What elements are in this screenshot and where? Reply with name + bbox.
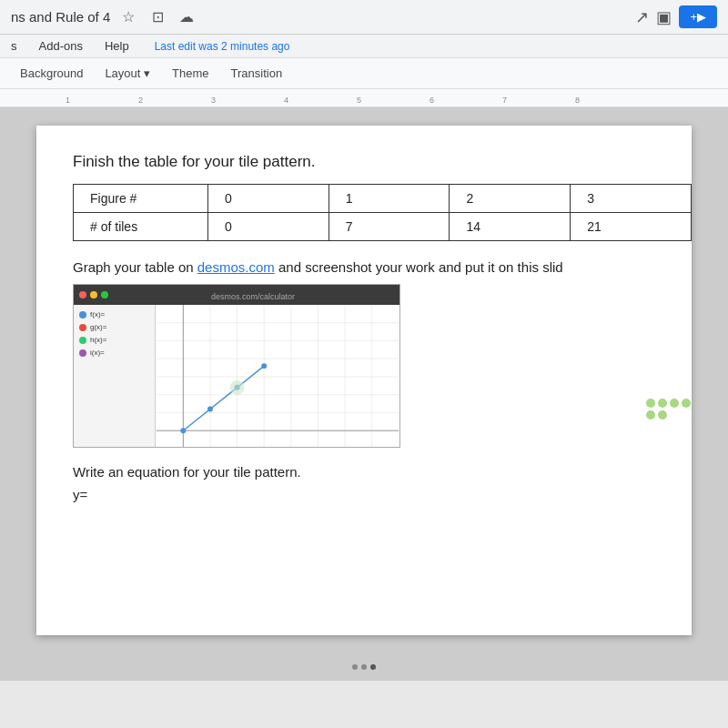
cloud-icon[interactable]: ☁ — [176, 6, 197, 28]
transition-button[interactable]: Transition — [222, 63, 292, 84]
desmos-expr-2: g(x)= — [79, 323, 149, 331]
desmos-expr-label-4: i(x)= — [90, 349, 105, 357]
ruler-mark-4: 4 — [284, 96, 288, 105]
desmos-topbar: desmos.com/calculator — [74, 285, 399, 305]
dec-dot-1 — [646, 399, 655, 408]
desmos-grid-svg — [156, 305, 399, 447]
table-cell-fig-2: 2 — [450, 185, 571, 213]
desmos-expr-3: h(x)= — [79, 336, 149, 344]
svg-line-21 — [183, 366, 264, 430]
table-cell-tiles-1: 7 — [329, 213, 450, 241]
slide: Finish the table for your tile pattern. … — [36, 126, 692, 635]
desmos-expr-1: f(x)= — [79, 310, 149, 318]
desmos-sidebar: f(x)= g(x)= h(x)= i(x)= — [74, 305, 156, 447]
desmos-url-bar: desmos.com/calculator — [211, 292, 295, 301]
desmos-expr-label-2: g(x)= — [90, 323, 106, 331]
ruler-mark-2: 2 — [138, 96, 143, 105]
dec-dot-4 — [682, 399, 691, 408]
dec-dot-3 — [670, 399, 679, 408]
graph-instruction-end: and screenshot your work and put it on t… — [275, 259, 563, 275]
trend-icon[interactable]: ↗ — [635, 7, 649, 27]
table-cell-tiles-0: 0 — [207, 213, 329, 241]
menu-item-s[interactable]: s — [7, 37, 21, 55]
desmos-max-dot — [101, 291, 108, 298]
share-button[interactable]: +▶ — [679, 5, 717, 28]
folder-icon[interactable]: ⊡ — [147, 6, 168, 28]
desmos-link[interactable]: desmos.com — [197, 259, 275, 275]
app-title-bar: ns and Rule of 4 ☆ ⊡ ☁ ↗ ▣ +▶ — [0, 0, 728, 35]
desmos-expr-4: i(x)= — [79, 349, 149, 357]
desmos-min-dot — [90, 291, 97, 298]
toolbar: Background Layout ▾ Theme Transition — [0, 58, 728, 89]
layout-button[interactable]: Layout ▾ — [96, 63, 159, 84]
ruler-mark-5: 5 — [357, 96, 361, 105]
svg-point-22 — [230, 380, 245, 395]
table-cell-figure-header: Figure # — [74, 185, 208, 213]
desmos-inner: desmos.com/calculator f(x)= g(x)= — [74, 285, 399, 447]
table-cell-fig-1: 1 — [329, 185, 450, 213]
desmos-screenshot: desmos.com/calculator f(x)= g(x)= — [73, 284, 400, 448]
graph-instruction: Graph your table on desmos.com and scree… — [73, 259, 655, 275]
graph-instruction-text: Graph your table on — [73, 259, 197, 275]
table-cell-tiles-2: 14 — [450, 213, 571, 241]
theme-button[interactable]: Theme — [163, 63, 217, 84]
table-cell-fig-3: 3 — [571, 185, 692, 213]
top-right-icons: ↗ ▣ +▶ — [635, 5, 717, 28]
data-table: Figure # 0 1 2 3 # of tiles 0 7 14 21 — [73, 184, 692, 241]
title-area: ns and Rule of 4 ☆ ⊡ ☁ — [11, 6, 197, 28]
ruler-mark-6: 6 — [430, 96, 434, 105]
ruler: 1 2 3 4 5 6 7 8 — [0, 89, 728, 107]
menu-bar: s Add-ons Help Last edit was 2 minutes a… — [0, 35, 728, 58]
menu-item-addons[interactable]: Add-ons — [35, 37, 86, 55]
table-cell-tiles-3: 21 — [571, 213, 692, 241]
nav-dot-active — [370, 664, 376, 670]
desmos-body: f(x)= g(x)= h(x)= i(x)= — [74, 305, 399, 447]
nav-dot-1 — [352, 664, 358, 670]
table-row-tiles: # of tiles 0 7 14 21 — [74, 213, 692, 241]
table-cell-fig-0: 0 — [207, 185, 329, 213]
document-title: ns and Rule of 4 — [11, 9, 110, 25]
desmos-dot-2 — [79, 324, 86, 331]
desmos-expr-label-1: f(x)= — [90, 310, 105, 318]
bottom-nav — [0, 653, 728, 681]
table-row-header: Figure # 0 1 2 3 — [74, 185, 692, 213]
decorative-dots-right — [646, 399, 701, 420]
desmos-close-dot — [79, 291, 86, 298]
comment-icon[interactable]: ▣ — [656, 7, 672, 27]
desmos-dot-4 — [79, 349, 86, 357]
ruler-marks: 1 2 3 4 5 6 7 8 — [11, 89, 717, 106]
ruler-mark-1: 1 — [66, 96, 70, 105]
equation-value: y= — [73, 487, 655, 502]
slide-title: Finish the table for your tile pattern. — [73, 153, 655, 171]
ruler-mark-3: 3 — [211, 96, 216, 105]
dec-dot-2 — [658, 399, 667, 408]
menu-item-help[interactable]: Help — [101, 37, 133, 55]
table-cell-tiles-header: # of tiles — [74, 213, 208, 241]
dec-dot-5 — [646, 410, 655, 420]
edit-info: Last edit was 2 minutes ago — [155, 40, 290, 53]
desmos-dot-3 — [79, 337, 86, 344]
star-icon[interactable]: ☆ — [117, 6, 139, 28]
nav-dot-2 — [361, 664, 367, 670]
desmos-graph-area — [156, 305, 399, 447]
ruler-mark-8: 8 — [575, 96, 580, 105]
background-button[interactable]: Background — [11, 63, 92, 84]
slide-area: Finish the table for your tile pattern. … — [0, 107, 728, 653]
equation-label: Write an equation for your tile pattern. — [73, 464, 655, 480]
equation-section: Write an equation for your tile pattern.… — [73, 464, 655, 502]
dec-dot-6 — [658, 410, 667, 420]
ruler-mark-7: 7 — [502, 96, 507, 105]
desmos-expr-label-3: h(x)= — [90, 336, 106, 344]
desmos-dot-1 — [79, 311, 86, 318]
